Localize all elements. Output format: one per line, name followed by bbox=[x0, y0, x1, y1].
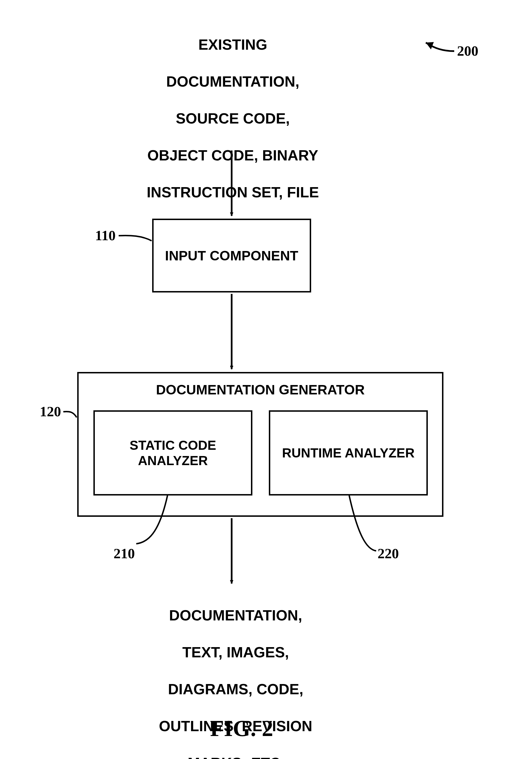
input-line-3: SOURCE CODE, bbox=[176, 110, 290, 127]
input-line-4: OBJECT CODE, BINARY bbox=[147, 147, 318, 164]
runtime-analyzer-box: RUNTIME ANALYZER bbox=[269, 410, 428, 496]
leader-120 bbox=[63, 412, 77, 418]
doc-generator-box: DOCUMENTATION GENERATOR STATIC CODE ANAL… bbox=[77, 372, 443, 517]
ref-110: 110 bbox=[95, 227, 116, 244]
input-line-1: EXISTING bbox=[199, 36, 267, 53]
output-line-3: DIAGRAMS, CODE, bbox=[168, 681, 303, 698]
output-line-5a: MARKS, bbox=[188, 755, 250, 759]
input-component-label: INPUT COMPONENT bbox=[165, 248, 298, 263]
output-line-5b: ETC. bbox=[250, 755, 284, 759]
ref-210: 210 bbox=[114, 545, 135, 562]
input-line-5: INSTRUCTION SET, FILE bbox=[147, 184, 319, 200]
ref-200: 200 bbox=[457, 43, 478, 59]
output-line-2: TEXT, IMAGES, bbox=[182, 644, 289, 660]
static-analyzer-label: STATIC CODE ANALYZER bbox=[130, 438, 216, 468]
doc-generator-label: DOCUMENTATION GENERATOR bbox=[79, 374, 442, 398]
ref-220: 220 bbox=[378, 545, 399, 562]
ref-200-arrowhead bbox=[426, 42, 434, 49]
input-line-2: DOCUMENTATION, bbox=[166, 73, 299, 90]
runtime-analyzer-label: RUNTIME ANALYZER bbox=[282, 445, 415, 460]
output-line-1: DOCUMENTATION, bbox=[169, 607, 302, 623]
ref-200-arrow bbox=[426, 43, 454, 51]
figure-label: FIG. 2 bbox=[210, 716, 273, 741]
input-component-box: INPUT COMPONENT bbox=[152, 219, 311, 293]
diagram-canvas: EXISTING DOCUMENTATION, SOURCE CODE, OBJ… bbox=[0, 0, 532, 759]
ref-120: 120 bbox=[40, 403, 61, 420]
static-analyzer-box: STATIC CODE ANALYZER bbox=[94, 410, 252, 496]
